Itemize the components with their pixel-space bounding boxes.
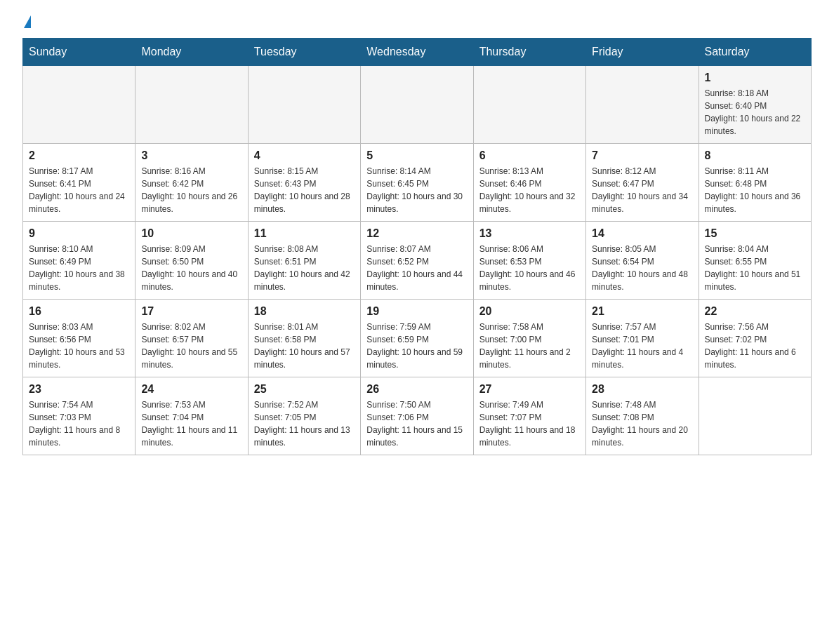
day-number: 14 xyxy=(592,227,692,240)
calendar-cell: 20Sunrise: 7:58 AM Sunset: 7:00 PM Dayli… xyxy=(473,300,585,377)
calendar-cell xyxy=(135,66,248,144)
calendar-cell xyxy=(586,66,699,144)
day-number: 27 xyxy=(479,383,580,396)
calendar-cell: 3Sunrise: 8:16 AM Sunset: 6:42 PM Daylig… xyxy=(135,144,248,222)
weekday-header-sunday: Sunday xyxy=(23,39,135,66)
day-number: 1 xyxy=(705,72,805,84)
day-info: Sunrise: 8:12 AM Sunset: 6:47 PM Dayligh… xyxy=(592,165,692,215)
day-info: Sunrise: 7:54 AM Sunset: 7:03 PM Dayligh… xyxy=(29,398,129,449)
day-number: 17 xyxy=(141,305,241,318)
calendar-cell: 17Sunrise: 8:02 AM Sunset: 6:57 PM Dayli… xyxy=(135,300,248,377)
day-number: 15 xyxy=(705,227,805,240)
calendar-cell: 2Sunrise: 8:17 AM Sunset: 6:41 PM Daylig… xyxy=(23,144,135,222)
day-info: Sunrise: 8:06 AM Sunset: 6:53 PM Dayligh… xyxy=(479,243,580,293)
calendar-cell xyxy=(361,66,473,144)
calendar-cell: 19Sunrise: 7:59 AM Sunset: 6:59 PM Dayli… xyxy=(361,300,473,377)
calendar-week-row: 9Sunrise: 8:10 AM Sunset: 6:49 PM Daylig… xyxy=(23,222,812,300)
day-info: Sunrise: 7:52 AM Sunset: 7:05 PM Dayligh… xyxy=(254,398,355,449)
weekday-header-thursday: Thursday xyxy=(473,39,585,66)
day-number: 25 xyxy=(254,383,355,396)
day-info: Sunrise: 8:05 AM Sunset: 6:54 PM Dayligh… xyxy=(592,243,692,293)
page-header xyxy=(22,17,812,27)
day-number: 2 xyxy=(29,149,129,162)
day-number: 13 xyxy=(479,227,580,240)
calendar-cell: 5Sunrise: 8:14 AM Sunset: 6:45 PM Daylig… xyxy=(361,144,473,222)
calendar-table: SundayMondayTuesdayWednesdayThursdayFrid… xyxy=(22,38,812,455)
day-number: 4 xyxy=(254,149,355,162)
day-number: 9 xyxy=(29,227,129,240)
day-info: Sunrise: 8:17 AM Sunset: 6:41 PM Dayligh… xyxy=(29,165,129,215)
calendar-cell: 28Sunrise: 7:48 AM Sunset: 7:08 PM Dayli… xyxy=(586,377,699,455)
calendar-week-row: 1Sunrise: 8:18 AM Sunset: 6:40 PM Daylig… xyxy=(23,66,812,144)
day-info: Sunrise: 8:13 AM Sunset: 6:46 PM Dayligh… xyxy=(479,165,580,215)
weekday-header-friday: Friday xyxy=(586,39,699,66)
day-info: Sunrise: 7:58 AM Sunset: 7:00 PM Dayligh… xyxy=(479,321,580,371)
day-info: Sunrise: 8:18 AM Sunset: 6:40 PM Dayligh… xyxy=(705,87,805,137)
day-info: Sunrise: 8:02 AM Sunset: 6:57 PM Dayligh… xyxy=(141,321,241,371)
calendar-week-row: 16Sunrise: 8:03 AM Sunset: 6:56 PM Dayli… xyxy=(23,300,812,377)
calendar-cell: 22Sunrise: 7:56 AM Sunset: 7:02 PM Dayli… xyxy=(699,300,811,377)
calendar-cell: 16Sunrise: 8:03 AM Sunset: 6:56 PM Dayli… xyxy=(23,300,135,377)
day-info: Sunrise: 8:01 AM Sunset: 6:58 PM Dayligh… xyxy=(254,321,355,371)
day-number: 7 xyxy=(592,149,692,162)
day-number: 11 xyxy=(254,227,355,240)
weekday-header-wednesday: Wednesday xyxy=(361,39,473,66)
logo-icon xyxy=(24,15,31,28)
calendar-cell: 8Sunrise: 8:11 AM Sunset: 6:48 PM Daylig… xyxy=(699,144,811,222)
day-number: 3 xyxy=(141,149,241,162)
day-number: 19 xyxy=(366,305,467,318)
calendar-cell: 13Sunrise: 8:06 AM Sunset: 6:53 PM Dayli… xyxy=(473,222,585,300)
day-info: Sunrise: 8:16 AM Sunset: 6:42 PM Dayligh… xyxy=(141,165,241,215)
weekday-header-saturday: Saturday xyxy=(699,39,811,66)
day-info: Sunrise: 7:56 AM Sunset: 7:02 PM Dayligh… xyxy=(705,321,805,371)
day-info: Sunrise: 8:08 AM Sunset: 6:51 PM Dayligh… xyxy=(254,243,355,293)
calendar-cell: 15Sunrise: 8:04 AM Sunset: 6:55 PM Dayli… xyxy=(699,222,811,300)
calendar-cell xyxy=(23,66,135,144)
calendar-cell: 27Sunrise: 7:49 AM Sunset: 7:07 PM Dayli… xyxy=(473,377,585,455)
calendar-cell: 11Sunrise: 8:08 AM Sunset: 6:51 PM Dayli… xyxy=(248,222,360,300)
calendar-cell: 12Sunrise: 8:07 AM Sunset: 6:52 PM Dayli… xyxy=(361,222,473,300)
day-number: 26 xyxy=(366,383,467,396)
day-number: 22 xyxy=(705,305,805,318)
calendar-cell: 23Sunrise: 7:54 AM Sunset: 7:03 PM Dayli… xyxy=(23,377,135,455)
calendar-cell: 6Sunrise: 8:13 AM Sunset: 6:46 PM Daylig… xyxy=(473,144,585,222)
day-info: Sunrise: 7:48 AM Sunset: 7:08 PM Dayligh… xyxy=(592,398,692,449)
calendar-cell xyxy=(248,66,360,144)
day-info: Sunrise: 8:03 AM Sunset: 6:56 PM Dayligh… xyxy=(29,321,129,371)
weekday-header-row: SundayMondayTuesdayWednesdayThursdayFrid… xyxy=(23,39,812,66)
calendar-cell: 10Sunrise: 8:09 AM Sunset: 6:50 PM Dayli… xyxy=(135,222,248,300)
day-info: Sunrise: 8:14 AM Sunset: 6:45 PM Dayligh… xyxy=(366,165,467,215)
calendar-cell: 4Sunrise: 8:15 AM Sunset: 6:43 PM Daylig… xyxy=(248,144,360,222)
day-number: 5 xyxy=(366,149,467,162)
day-info: Sunrise: 7:57 AM Sunset: 7:01 PM Dayligh… xyxy=(592,321,692,371)
day-number: 23 xyxy=(29,383,129,396)
calendar-week-row: 2Sunrise: 8:17 AM Sunset: 6:41 PM Daylig… xyxy=(23,144,812,222)
day-info: Sunrise: 8:04 AM Sunset: 6:55 PM Dayligh… xyxy=(705,243,805,293)
day-number: 10 xyxy=(141,227,241,240)
calendar-cell: 9Sunrise: 8:10 AM Sunset: 6:49 PM Daylig… xyxy=(23,222,135,300)
calendar-cell xyxy=(473,66,585,144)
day-number: 21 xyxy=(592,305,692,318)
calendar-cell: 18Sunrise: 8:01 AM Sunset: 6:58 PM Dayli… xyxy=(248,300,360,377)
calendar-week-row: 23Sunrise: 7:54 AM Sunset: 7:03 PM Dayli… xyxy=(23,377,812,455)
day-info: Sunrise: 8:10 AM Sunset: 6:49 PM Dayligh… xyxy=(29,243,129,293)
calendar-cell: 7Sunrise: 8:12 AM Sunset: 6:47 PM Daylig… xyxy=(586,144,699,222)
calendar-cell: 26Sunrise: 7:50 AM Sunset: 7:06 PM Dayli… xyxy=(361,377,473,455)
day-number: 20 xyxy=(479,305,580,318)
day-info: Sunrise: 7:53 AM Sunset: 7:04 PM Dayligh… xyxy=(141,398,241,449)
day-number: 12 xyxy=(366,227,467,240)
day-number: 16 xyxy=(29,305,129,318)
calendar-cell: 25Sunrise: 7:52 AM Sunset: 7:05 PM Dayli… xyxy=(248,377,360,455)
day-info: Sunrise: 7:59 AM Sunset: 6:59 PM Dayligh… xyxy=(366,321,467,371)
day-number: 8 xyxy=(705,149,805,162)
calendar-cell xyxy=(699,377,811,455)
calendar-cell: 1Sunrise: 8:18 AM Sunset: 6:40 PM Daylig… xyxy=(699,66,811,144)
day-number: 24 xyxy=(141,383,241,396)
day-info: Sunrise: 8:11 AM Sunset: 6:48 PM Dayligh… xyxy=(705,165,805,215)
day-number: 28 xyxy=(592,383,692,396)
day-info: Sunrise: 7:49 AM Sunset: 7:07 PM Dayligh… xyxy=(479,398,580,449)
day-info: Sunrise: 7:50 AM Sunset: 7:06 PM Dayligh… xyxy=(366,398,467,449)
day-info: Sunrise: 8:15 AM Sunset: 6:43 PM Dayligh… xyxy=(254,165,355,215)
calendar-cell: 24Sunrise: 7:53 AM Sunset: 7:04 PM Dayli… xyxy=(135,377,248,455)
day-number: 6 xyxy=(479,149,580,162)
